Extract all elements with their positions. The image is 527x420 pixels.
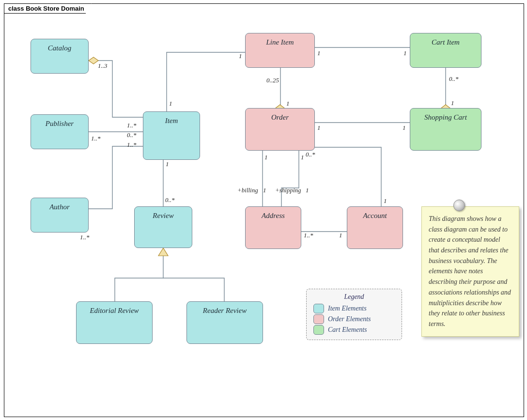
mult-line-left: 1 xyxy=(239,52,242,60)
sticky-note: This diagram shows how a class diagram c… xyxy=(421,206,519,337)
mult-cart-one: 1 xyxy=(451,99,454,107)
mult-pub-far: 1..* xyxy=(127,122,137,129)
mult-item-review-top: 1 xyxy=(166,160,169,168)
class-author[interactable]: Author xyxy=(31,198,89,233)
class-catalog[interactable]: Catalog xyxy=(31,39,89,74)
class-account[interactable]: Account xyxy=(347,206,403,249)
mult-addr-acct-l: 1..* xyxy=(304,232,313,239)
legend-title: Legend xyxy=(313,293,395,301)
class-line-item[interactable]: Line Item xyxy=(245,33,315,68)
mult-cart-line: 1 xyxy=(403,49,407,57)
mult-order-cart-l: 1 xyxy=(317,124,321,132)
swatch-cart xyxy=(313,325,324,335)
role-shipping1: 1 xyxy=(306,187,309,194)
role-shipping: +shipping xyxy=(275,187,301,194)
pushpin-icon xyxy=(453,200,465,211)
mult-acct-top: 1 xyxy=(384,197,387,205)
mult-line-right: 1 xyxy=(317,49,321,57)
legend-label: Cart Elements xyxy=(328,326,367,334)
mult-order-many: 0..* xyxy=(306,151,315,158)
mult-catalog-item: 1..3 xyxy=(98,62,108,70)
role-billing: +billing xyxy=(237,187,258,194)
class-publisher[interactable]: Publisher xyxy=(31,114,89,149)
legend-item-elements: Item Elements xyxy=(313,304,395,313)
class-cart-item[interactable]: Cart Item xyxy=(410,33,481,68)
mult-addr-l: 1 xyxy=(264,154,268,161)
class-reader-review[interactable]: Reader Review xyxy=(186,301,263,344)
swatch-item xyxy=(313,304,324,313)
class-order[interactable]: Order xyxy=(245,108,315,151)
mult-cart-many: 0..* xyxy=(449,75,459,83)
legend-label: Order Elements xyxy=(328,315,371,323)
legend-box: Legend Item Elements Order Elements Cart… xyxy=(306,289,402,340)
legend-order-elements: Order Elements xyxy=(313,314,395,324)
class-editorial-review[interactable]: Editorial Review xyxy=(76,301,153,344)
mult-author-item: 1..* xyxy=(127,141,137,149)
mult-item-review-bot: 0..* xyxy=(165,196,175,204)
mult-order-line: 1 xyxy=(286,100,290,108)
mult-item-top: 1 xyxy=(169,100,172,108)
class-address[interactable]: Address xyxy=(245,206,301,249)
class-shopping-cart[interactable]: Shopping Cart xyxy=(410,108,481,151)
mult-addr-r: 1 xyxy=(301,154,304,161)
mult-order-cart-r: 1 xyxy=(403,124,406,132)
mult-pub-near: 1..* xyxy=(91,135,101,142)
diagram-frame: class Book Store Domain xyxy=(4,3,524,417)
mult-item-mid: 0..* xyxy=(127,131,137,139)
role-billing1: 1 xyxy=(263,187,266,194)
legend-cart-elements: Cart Elements xyxy=(313,325,395,335)
class-review[interactable]: Review xyxy=(134,206,192,248)
legend-label: Item Elements xyxy=(328,305,367,312)
mult-addr-acct-r: 1 xyxy=(339,232,342,239)
mult-author-near: 1..* xyxy=(80,233,90,241)
mult-line-order: 0..25 xyxy=(266,77,279,84)
swatch-order xyxy=(313,314,324,324)
class-item[interactable]: Item xyxy=(143,111,200,160)
